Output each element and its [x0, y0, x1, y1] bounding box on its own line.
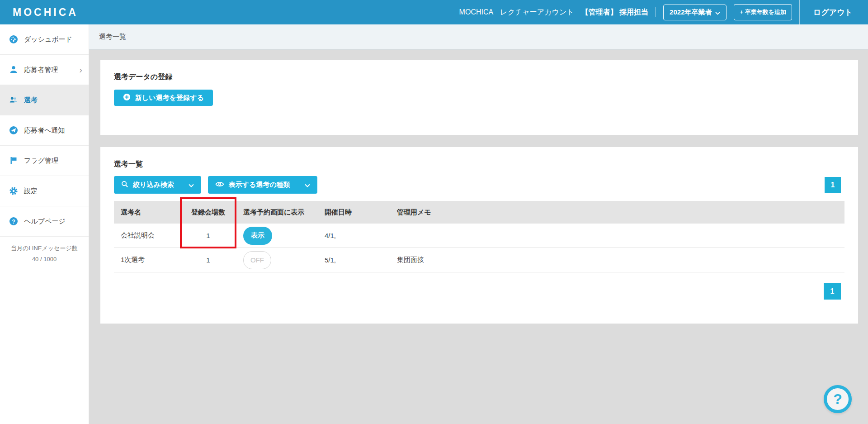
sidebar-item-label: フラグ管理 [24, 157, 58, 165]
applicant-icon [9, 65, 18, 74]
registration-card: 選考データの登録 新しい選考を登録する [100, 60, 858, 135]
top-header: MOCHICA MOCHICA レクチャーアカウント 【管理者】 採用担当 20… [0, 0, 868, 24]
sidebar-item-selection[interactable]: 選考 [0, 85, 89, 115]
sidebar-item-settings[interactable]: 設定 [0, 176, 89, 206]
display-toggle-off[interactable]: OFF [243, 251, 271, 269]
header-nav: MOCHICA レクチャーアカウント 【管理者】 採用担当 2022年卒業者 +… [459, 0, 868, 24]
filter-search-button[interactable]: 絞り込み検索 [114, 176, 201, 194]
selection-list-card: 選考一覧 絞り込み検索 表示する選考の種類 [100, 147, 858, 324]
logout-button[interactable]: ログアウト [807, 7, 859, 18]
chevron-right-icon: › [79, 65, 82, 74]
breadcrumb: 選考一覧 [89, 24, 868, 50]
col-header-venues: 登録会場数 [180, 208, 236, 217]
chevron-down-icon [715, 9, 720, 16]
breadcrumb-label: 選考一覧 [99, 33, 126, 41]
table-row: 会社説明会 1 表示 4/1, [114, 224, 844, 248]
plus-circle-icon [123, 93, 131, 102]
line-message-count: 40 / 1000 [4, 254, 85, 265]
new-selection-button[interactable]: 新しい選考を登録する [114, 90, 213, 106]
cell-venue-count: 1 [180, 232, 236, 239]
account-name: MOCHICA レクチャーアカウント [459, 8, 574, 17]
sidebar: ダッシュボード 応募者管理 › 選考 応募者へ通知 フラグ管理 [0, 24, 89, 424]
help-icon: ? [9, 217, 18, 226]
table-row: 1次選考 1 OFF 5/1, 集団面接 [114, 248, 844, 272]
cell-selection-name: 1次選考 [114, 256, 180, 264]
help-fab-button[interactable]: ? [824, 385, 852, 413]
cell-memo: 集団面接 [390, 256, 844, 264]
selection-type-button[interactable]: 表示する選考の種類 [208, 176, 317, 194]
new-selection-button-label: 新しい選考を登録する [135, 94, 204, 102]
selection-list-title: 選考一覧 [114, 160, 844, 169]
col-header-memo: 管理用メモ [390, 208, 844, 217]
grad-year-dropdown[interactable]: 2022年卒業者 [663, 5, 726, 20]
bottom-pagination: 1 [114, 283, 841, 300]
registration-card-title: 選考データの登録 [114, 72, 844, 82]
sidebar-item-label: 設定 [24, 187, 38, 195]
sidebar-item-help[interactable]: ? ヘルプページ [0, 206, 89, 237]
question-mark-icon: ? [833, 391, 842, 408]
sidebar-item-label: 応募者管理 [24, 66, 58, 74]
col-header-name: 選考名 [114, 208, 180, 217]
app-window: MOCHICA MOCHICA レクチャーアカウント 【管理者】 採用担当 20… [0, 0, 868, 424]
mochica-logo[interactable]: MOCHICA [0, 6, 89, 19]
sidebar-item-label: 選考 [24, 96, 38, 105]
table-header-row: 選考名 登録会場数 選考予約画面に表示 開催日時 管理用メモ [114, 201, 844, 224]
svg-text:?: ? [12, 219, 15, 225]
sidebar-item-label: ヘルプページ [24, 217, 66, 226]
add-grad-year-button[interactable]: + 卒業年数を追加 [734, 4, 792, 20]
notify-icon [9, 126, 18, 135]
main-content: 選考データの登録 新しい選考を登録する 選考一覧 絞り込み検索 [89, 50, 868, 424]
selection-type-label: 表示する選考の種類 [229, 181, 290, 189]
col-header-date: 開催日時 [318, 208, 390, 217]
selection-icon [9, 95, 18, 105]
search-icon [121, 181, 128, 189]
col-header-display: 選考予約画面に表示 [236, 208, 318, 217]
selection-table: 選考名 登録会場数 選考予約画面に表示 開催日時 管理用メモ 会社説明会 1 表… [114, 201, 844, 272]
flag-icon [9, 156, 18, 165]
pagination-page-1-bottom[interactable]: 1 [824, 283, 841, 300]
sidebar-item-notify[interactable]: 応募者へ通知 [0, 115, 89, 146]
cell-venue-count: 1 [180, 256, 236, 264]
chevron-down-icon [189, 181, 194, 189]
sidebar-item-flags[interactable]: フラグ管理 [0, 146, 89, 176]
header-divider [656, 7, 656, 17]
eye-icon [215, 181, 224, 189]
filters-row: 絞り込み検索 表示する選考の種類 1 [114, 176, 844, 194]
cell-date: 5/1, [318, 256, 390, 264]
header-divider-full [799, 0, 800, 24]
display-toggle-on[interactable]: 表示 [243, 227, 272, 245]
cell-selection-name: 会社説明会 [114, 231, 180, 240]
pagination-page-1-top[interactable]: 1 [825, 177, 841, 193]
cell-date: 4/1, [318, 232, 390, 239]
sidebar-item-dashboard[interactable]: ダッシュボード [0, 24, 89, 55]
line-message-counter: 当月のLINEメッセージ数 40 / 1000 [0, 243, 89, 265]
dashboard-icon [9, 35, 18, 44]
account-role: 【管理者】 採用担当 [581, 8, 648, 17]
filter-search-label: 絞り込み検索 [133, 181, 174, 189]
gear-icon [9, 186, 18, 195]
line-message-label: 当月のLINEメッセージ数 [4, 243, 85, 254]
sidebar-item-applicants[interactable]: 応募者管理 › [0, 55, 89, 85]
chevron-down-icon [305, 181, 310, 189]
sidebar-item-label: 応募者へ通知 [24, 126, 65, 135]
sidebar-item-label: ダッシュボード [24, 35, 72, 44]
